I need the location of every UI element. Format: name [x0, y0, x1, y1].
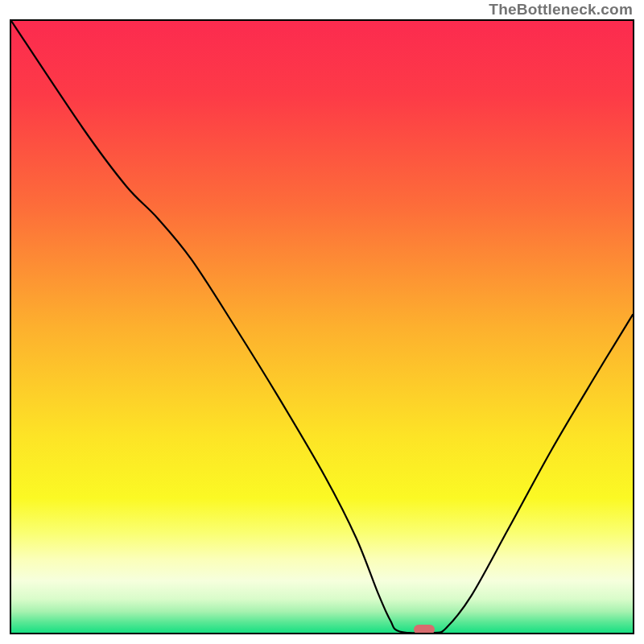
bottleneck-curve [11, 21, 633, 633]
plot-area [10, 19, 634, 634]
watermark-text: TheBottleneck.com [489, 2, 633, 17]
curve-layer [11, 21, 633, 633]
optimal-marker [414, 625, 435, 634]
chart-frame: TheBottleneck.com [0, 0, 644, 644]
